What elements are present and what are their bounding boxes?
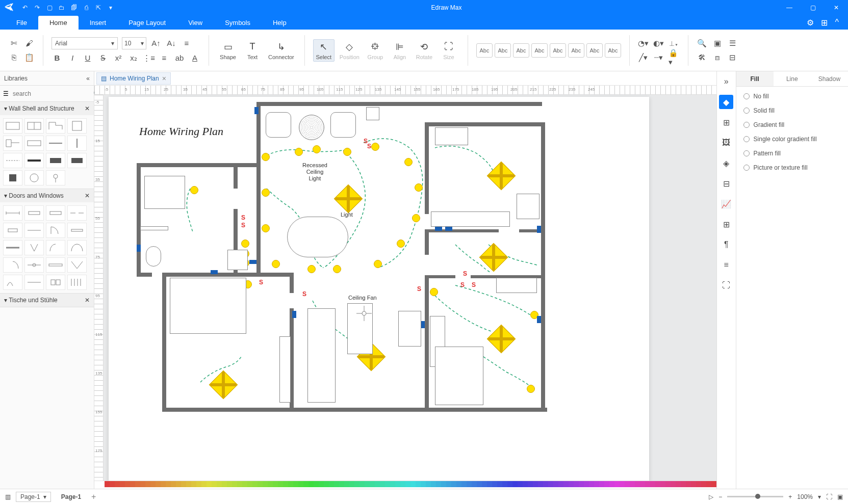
dec-font-icon[interactable]: A↓ (166, 38, 177, 49)
lib-item[interactable] (24, 275, 44, 290)
line-icon[interactable]: ╱▾ (638, 52, 649, 63)
undo-icon[interactable]: ↶ (20, 3, 30, 12)
strike-icon[interactable]: S̶ (97, 52, 109, 64)
section-doors[interactable]: ▾ Doors and Windows✕ (0, 189, 94, 202)
font-size-select[interactable]: 10▾ (122, 37, 146, 49)
lib-item[interactable] (67, 118, 87, 134)
text-button[interactable]: TText (242, 40, 263, 61)
pages-icon[interactable]: ▥ (5, 493, 11, 500)
subscript-icon[interactable]: x₂ (128, 52, 139, 64)
page-select[interactable]: Page-1▾ (16, 492, 51, 502)
close-tab-icon[interactable]: × (162, 74, 166, 83)
section-wall[interactable]: ▾ Wall Shell and Structure✕ (0, 102, 94, 115)
style-5[interactable]: Abc (550, 43, 566, 58)
zoom-out-icon[interactable]: − (718, 493, 722, 500)
lib-item[interactable] (46, 240, 65, 255)
zoom-value[interactable]: 100% (797, 493, 813, 500)
layers-panel-icon[interactable]: ◈ (719, 156, 733, 170)
lib-item[interactable] (3, 205, 22, 221)
more-icon[interactable]: ▾ (106, 3, 115, 12)
fit-page-icon[interactable]: ⛶ (826, 493, 832, 500)
lib-item[interactable] (46, 257, 65, 273)
font-color-icon[interactable]: A (189, 52, 200, 64)
open-icon[interactable]: ▢ (45, 3, 54, 12)
cut-icon[interactable]: ✄ (8, 38, 19, 49)
textbox-icon[interactable]: ⧈ (712, 52, 723, 63)
fill-option-solid[interactable]: Solid fill (743, 107, 841, 114)
lib-item[interactable] (67, 153, 87, 168)
dash-icon[interactable]: ┈▾ (653, 52, 664, 63)
lib-item[interactable] (3, 136, 22, 151)
data-panel-icon[interactable]: ⊟ (719, 176, 733, 191)
presentation-icon[interactable]: ▷ (709, 493, 713, 500)
font-select[interactable]: Arial▾ (52, 37, 118, 49)
paste-icon[interactable]: 📋 (23, 52, 35, 63)
lib-item[interactable] (3, 275, 22, 290)
align-button[interactable]: ⊫Align (389, 40, 410, 61)
copy-icon[interactable]: ⎘ (8, 52, 19, 63)
position-button[interactable]: ◇Position (338, 40, 362, 61)
lib-item[interactable] (24, 118, 44, 134)
align-panel-icon[interactable]: ≡ (719, 258, 733, 272)
collapse-ribbon-icon[interactable]: ^ (835, 18, 839, 28)
export-icon[interactable]: ⇱ (94, 3, 103, 12)
tools-icon[interactable]: 🛠 (697, 52, 708, 63)
canvas-page[interactable]: Home Wiring Plan (109, 97, 649, 481)
tab-shadow[interactable]: Shadow (811, 71, 848, 86)
shadow-icon[interactable]: ◐▾ (653, 38, 664, 49)
style-4[interactable]: Abc (531, 43, 548, 58)
lib-item[interactable] (67, 257, 87, 273)
lib-item[interactable] (24, 205, 44, 221)
fullscreen-icon[interactable]: ▣ (837, 493, 843, 500)
lib-item[interactable] (46, 275, 65, 290)
tab-file[interactable]: File (5, 16, 38, 30)
group-button[interactable]: ⯐Group (365, 40, 386, 61)
add-page-button[interactable]: + (91, 492, 96, 501)
tab-view[interactable]: View (177, 16, 214, 30)
tab-page-layout[interactable]: Page Layout (117, 16, 177, 30)
tab-insert[interactable]: Insert (79, 16, 118, 30)
lib-item[interactable] (67, 240, 87, 255)
expand-all-icon[interactable]: ⛶ (719, 278, 733, 293)
expand-right-icon[interactable]: » (719, 74, 733, 89)
lib-item[interactable] (67, 205, 87, 221)
rotate-button[interactable]: ⟲Rotate (414, 40, 435, 61)
superscript-icon[interactable]: x² (113, 52, 124, 64)
lib-item[interactable] (46, 136, 65, 151)
folder-icon[interactable]: 🗀 (57, 3, 66, 12)
case-icon[interactable]: ab (174, 52, 185, 64)
tree-icon[interactable]: ⊟ (727, 52, 738, 63)
lib-item[interactable] (46, 223, 65, 238)
redo-icon[interactable]: ↷ (33, 3, 42, 12)
style-8[interactable]: Abc (605, 43, 621, 58)
lib-item[interactable] (24, 136, 44, 151)
style-2[interactable]: Abc (495, 43, 511, 58)
style-3[interactable]: Abc (513, 43, 529, 58)
fill-option-gradient[interactable]: Gradient fill (743, 121, 841, 128)
fill-option-none[interactable]: No fill (743, 93, 841, 100)
minimize-button[interactable]: — (778, 0, 801, 15)
section-tische[interactable]: ▾ Tische und Stühle✕ (0, 294, 94, 307)
tab-home[interactable]: Home (38, 16, 79, 30)
inc-font-icon[interactable]: A↑ (150, 38, 162, 49)
layers-icon[interactable]: ☰ (727, 38, 738, 49)
lib-item[interactable] (46, 170, 65, 185)
lib-item[interactable] (3, 240, 22, 255)
lib-item[interactable] (24, 240, 44, 255)
lib-item[interactable] (3, 118, 22, 134)
collapse-library-icon[interactable]: « (86, 75, 90, 82)
find-icon[interactable]: 🔍 (697, 38, 708, 49)
chart-panel-icon[interactable]: 📈 (719, 197, 733, 211)
underline-icon[interactable]: U (82, 52, 93, 64)
connector-button[interactable]: ↳Connector (266, 40, 296, 61)
text-panel-icon[interactable]: ¶ (719, 237, 733, 252)
lib-item[interactable] (24, 153, 44, 168)
menu-icon[interactable]: ☰ (3, 90, 9, 97)
lib-item[interactable] (67, 223, 87, 238)
lib-item[interactable] (24, 170, 44, 185)
crop-icon[interactable]: ⟂▾ (669, 38, 680, 49)
lock-icon[interactable]: 🔒▾ (669, 52, 680, 63)
shape-button[interactable]: ▭Shape (217, 40, 239, 61)
lib-item[interactable] (46, 153, 65, 168)
print-icon[interactable]: ⎙ (82, 3, 91, 12)
